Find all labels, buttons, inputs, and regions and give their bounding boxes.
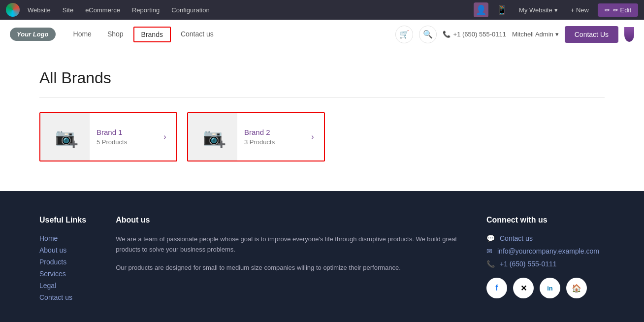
brand-1-arrow[interactable]: › xyxy=(158,129,172,144)
home-button[interactable]: 🏠 xyxy=(566,278,587,298)
nav-links: Home Shop Brands Contact us xyxy=(65,21,395,48)
site-footer: Useful Links Home About us Products Serv… xyxy=(0,191,644,322)
brand-card-2[interactable]: 📷 ➕ Brand 2 3 Products › xyxy=(187,112,325,161)
linkedin-button[interactable]: in xyxy=(540,278,560,298)
brand-2-name: Brand 2 xyxy=(244,128,298,136)
about-us-text2: Our products are designed for small to m… xyxy=(116,263,457,273)
brand-1-count: 5 Products xyxy=(97,138,151,146)
new-button[interactable]: + New xyxy=(566,6,594,14)
user-chevron-icon: ▾ xyxy=(555,31,559,38)
footer-link-services[interactable]: Services xyxy=(39,270,86,278)
footer-link-products[interactable]: Products xyxy=(39,258,86,266)
connect-email-link[interactable]: info@yourcompany.example.com xyxy=(497,247,599,255)
navbar-right: 🛒 🔍 📞 +1 (650) 555-0111 Mitchell Admin ▾… xyxy=(395,26,634,43)
admin-menu-site[interactable]: Site xyxy=(59,0,77,20)
nav-link-shop[interactable]: Shop xyxy=(99,21,131,48)
twitter-button[interactable]: ✕ xyxy=(513,278,534,298)
about-us-text1: We are a team of passionate people whose… xyxy=(116,234,457,255)
footer-link-legal[interactable]: Legal xyxy=(39,282,86,290)
email-icon: ✉ xyxy=(486,247,492,255)
pencil-icon: ✏ xyxy=(605,6,610,14)
brand-2-image: 📷 ➕ xyxy=(188,113,237,161)
connect-email: ✉ info@yourcompany.example.com xyxy=(486,247,605,255)
nav-link-brands[interactable]: Brands xyxy=(133,27,171,42)
chevron-down-icon: ▾ xyxy=(554,6,558,14)
connect-contact: 💬 Contact us xyxy=(486,234,605,242)
cart-icon[interactable]: 🛒 xyxy=(395,26,413,43)
footer-link-about[interactable]: About us xyxy=(39,246,86,254)
chat-icon: 💬 xyxy=(486,234,495,242)
footer-useful-links: Useful Links Home About us Products Serv… xyxy=(39,216,86,305)
add-image-icon: ➕ xyxy=(217,140,225,148)
admin-menu-reporting[interactable]: Reporting xyxy=(128,0,163,20)
footer-about-us: About us We are a team of passionate peo… xyxy=(116,216,457,305)
footer-connect: Connect with us 💬 Contact us ✉ info@your… xyxy=(486,216,605,305)
odoo-logo xyxy=(6,3,20,17)
edit-button[interactable]: ✏ ✏ Edit xyxy=(598,3,638,17)
my-website-dropdown[interactable]: My Website ▾ xyxy=(515,6,562,14)
admin-menu-ecommerce[interactable]: eCommerce xyxy=(81,0,124,20)
mobile-preview-icon[interactable]: 📱 xyxy=(492,4,511,15)
site-navbar: Your Logo Home Shop Brands Contact us 🛒 … xyxy=(0,20,644,49)
site-logo: Your Logo xyxy=(10,28,56,41)
admin-menu-website[interactable]: Website xyxy=(24,0,55,20)
phone-number: 📞 +1 (650) 555-0111 xyxy=(443,31,506,38)
connect-phone: 📞 +1 (650) 555-0111 xyxy=(486,260,605,268)
connect-heading: Connect with us xyxy=(486,216,605,225)
useful-links-heading: Useful Links xyxy=(39,216,86,225)
footer-link-home[interactable]: Home xyxy=(39,234,86,242)
brand-1-name: Brand 1 xyxy=(97,128,151,136)
add-image-icon: ➕ xyxy=(69,140,78,148)
main-content: All Brands 📷 ➕ Brand 1 5 Products › 📷 ➕ xyxy=(0,49,644,191)
logo-container[interactable]: Your Logo xyxy=(10,28,56,41)
nav-link-contact[interactable]: Contact us xyxy=(173,21,222,48)
admin-bar: Website Site eCommerce Reporting Configu… xyxy=(0,0,644,20)
brands-grid: 📷 ➕ Brand 1 5 Products › 📷 ➕ Brand 2 3 P… xyxy=(39,112,605,161)
user-avatar[interactable]: 👤 xyxy=(474,2,488,17)
connect-contact-link[interactable]: Contact us xyxy=(500,234,533,242)
brand-card-1[interactable]: 📷 ➕ Brand 1 5 Products › xyxy=(39,112,177,161)
about-us-heading: About us xyxy=(116,216,457,225)
connect-phone-link[interactable]: +1 (650) 555-0111 xyxy=(500,260,557,268)
page-title: All Brands xyxy=(39,69,605,87)
facebook-button[interactable]: f xyxy=(486,278,507,298)
phone-icon: 📞 xyxy=(486,260,495,268)
nav-link-home[interactable]: Home xyxy=(65,21,99,48)
brand-1-image: 📷 ➕ xyxy=(40,113,90,161)
theme-drop-icon xyxy=(624,27,634,42)
brand-1-info: Brand 1 5 Products xyxy=(90,128,158,146)
footer-link-contact[interactable]: Contact us xyxy=(39,293,86,301)
brand-2-count: 3 Products xyxy=(244,138,298,146)
content-divider xyxy=(39,97,605,97)
brand-2-info: Brand 2 3 Products xyxy=(237,128,305,146)
admin-menu-configuration[interactable]: Configuration xyxy=(167,0,213,20)
contact-us-button[interactable]: Contact Us xyxy=(565,26,618,43)
social-icons: f ✕ in 🏠 xyxy=(486,278,605,298)
search-icon[interactable]: 🔍 xyxy=(419,26,437,43)
user-menu[interactable]: Mitchell Admin ▾ xyxy=(512,31,559,38)
brand-2-arrow[interactable]: › xyxy=(305,129,320,144)
phone-icon: 📞 xyxy=(443,31,451,38)
